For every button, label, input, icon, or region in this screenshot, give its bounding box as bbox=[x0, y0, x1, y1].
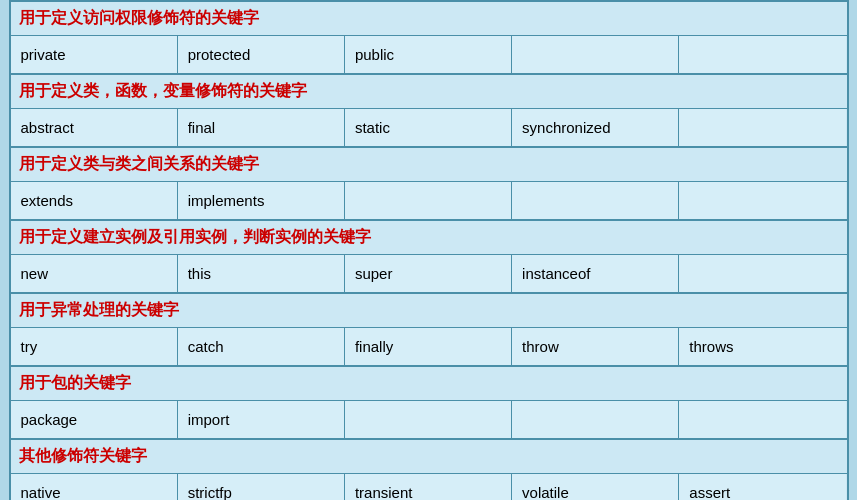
cell-6-0-2: transient bbox=[345, 474, 512, 500]
cell-5-0-0: package bbox=[11, 401, 178, 438]
table-row: nativestrictfptransientvolatileassert bbox=[11, 474, 847, 500]
section-header-2: 用于定义类与类之间关系的关键字 bbox=[11, 147, 847, 182]
cell-3-0-3: instanceof bbox=[512, 255, 679, 292]
table-row: trycatchfinallythrowthrows bbox=[11, 328, 847, 366]
cell-3-0-4 bbox=[679, 255, 846, 292]
section-header-1: 用于定义类，函数，变量修饰符的关键字 bbox=[11, 74, 847, 109]
cell-0-0-2: public bbox=[345, 36, 512, 73]
section-header-3: 用于定义建立实例及引用实例，判断实例的关键字 bbox=[11, 220, 847, 255]
cell-1-0-4 bbox=[679, 109, 846, 146]
table-row: abstractfinalstaticsynchronized bbox=[11, 109, 847, 147]
cell-6-0-3: volatile bbox=[512, 474, 679, 500]
cell-2-0-0: extends bbox=[11, 182, 178, 219]
cell-4-0-3: throw bbox=[512, 328, 679, 365]
table-row: newthissuperinstanceof bbox=[11, 255, 847, 293]
section-header-5: 用于包的关键字 bbox=[11, 366, 847, 401]
cell-3-0-2: super bbox=[345, 255, 512, 292]
cell-1-0-2: static bbox=[345, 109, 512, 146]
cell-0-0-0: private bbox=[11, 36, 178, 73]
cell-6-0-0: native bbox=[11, 474, 178, 500]
table-row: extendsimplements bbox=[11, 182, 847, 220]
cell-4-0-4: throws bbox=[679, 328, 846, 365]
cell-6-0-1: strictfp bbox=[178, 474, 345, 500]
cell-2-0-4 bbox=[679, 182, 846, 219]
cell-5-0-1: import bbox=[178, 401, 345, 438]
keyword-table: 用于定义访问权限修饰符的关键字privateprotectedpublic用于定… bbox=[9, 0, 849, 500]
cell-5-0-3 bbox=[512, 401, 679, 438]
cell-3-0-0: new bbox=[11, 255, 178, 292]
section-header-6: 其他修饰符关键字 bbox=[11, 439, 847, 474]
cell-4-0-2: finally bbox=[345, 328, 512, 365]
cell-4-0-1: catch bbox=[178, 328, 345, 365]
cell-4-0-0: try bbox=[11, 328, 178, 365]
cell-5-0-2 bbox=[345, 401, 512, 438]
cell-2-0-3 bbox=[512, 182, 679, 219]
cell-1-0-1: final bbox=[178, 109, 345, 146]
cell-1-0-0: abstract bbox=[11, 109, 178, 146]
cell-5-0-4 bbox=[679, 401, 846, 438]
cell-0-0-1: protected bbox=[178, 36, 345, 73]
cell-3-0-1: this bbox=[178, 255, 345, 292]
cell-2-0-2 bbox=[345, 182, 512, 219]
cell-0-0-4 bbox=[679, 36, 846, 73]
cell-6-0-4: assert bbox=[679, 474, 846, 500]
table-row: privateprotectedpublic bbox=[11, 36, 847, 74]
section-header-4: 用于异常处理的关键字 bbox=[11, 293, 847, 328]
cell-0-0-3 bbox=[512, 36, 679, 73]
table-row: packageimport bbox=[11, 401, 847, 439]
cell-1-0-3: synchronized bbox=[512, 109, 679, 146]
cell-2-0-1: implements bbox=[178, 182, 345, 219]
section-header-0: 用于定义访问权限修饰符的关键字 bbox=[11, 2, 847, 36]
